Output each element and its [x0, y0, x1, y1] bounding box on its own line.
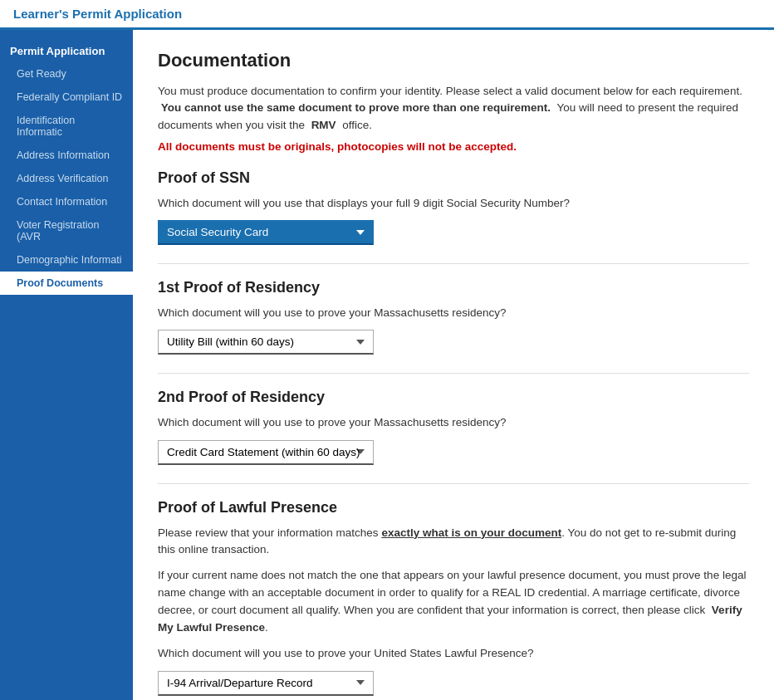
ssn-select[interactable]: Social Security Card W-2 Form SSA-1099 [158, 220, 374, 245]
residency2-section-desc: Which document will you use to prove you… [158, 414, 749, 431]
sidebar-item-get-ready[interactable]: Get Ready [0, 62, 133, 86]
sidebar: Permit Application Get Ready Federally C… [0, 30, 133, 700]
lawful-presence-title: Proof of Lawful Presence [158, 499, 749, 516]
lawful-para2-end: . [265, 621, 268, 634]
warning-text: All documents must be originals, photoco… [158, 140, 749, 153]
ssn-section-title: Proof of SSN [158, 169, 749, 187]
sidebar-item-demographic-information[interactable]: Demographic Informati [0, 248, 133, 272]
intro-text: You must produce documentation to confir… [158, 83, 749, 134]
lawful-presence-select[interactable]: I-94 Arrival/Departure Record US Passpor… [158, 671, 374, 696]
sidebar-item-identification-information[interactable]: Identification Informatic [0, 109, 133, 144]
divider-3 [158, 483, 749, 484]
sidebar-item-contact-information[interactable]: Contact Information [0, 190, 133, 213]
intro-text-3: office. [342, 119, 372, 131]
intro-rmv: RMV [311, 119, 336, 131]
divider-1 [158, 263, 749, 264]
sidebar-item-proof-documents[interactable]: Proof Documents [0, 272, 133, 295]
residency1-section-title: 1st Proof of Residency [158, 279, 749, 296]
page-title: Documentation [158, 50, 749, 71]
sidebar-item-address-information[interactable]: Address Information [0, 144, 133, 167]
residency1-section-desc: Which document will you use to prove you… [158, 305, 749, 321]
main-content: Documentation You must produce documenta… [133, 30, 774, 700]
sidebar-item-address-verification[interactable]: Address Verification [0, 167, 133, 190]
lawful-para1-before: Please review that your information matc… [158, 526, 381, 539]
app-title-link[interactable]: Learner's Permit Application [13, 7, 182, 21]
header: Learner's Permit Application [0, 0, 774, 30]
ssn-section-desc: Which document will you use that display… [158, 195, 749, 212]
residency2-section-title: 2nd Proof of Residency [158, 389, 749, 406]
lawful-presence-para2: If your current name does not match the … [158, 567, 749, 637]
lawful-presence-para1: Please review that your information matc… [158, 525, 749, 560]
sidebar-section-header: Permit Application [0, 37, 133, 62]
sidebar-item-voter-registration[interactable]: Voter Registration (AVR [0, 213, 133, 248]
intro-text-1: You must produce documentation to confir… [158, 85, 742, 97]
residency1-select[interactable]: Utility Bill (within 60 days) Bank State… [158, 330, 374, 355]
lawful-sub-label: Which document will you use to prove you… [158, 645, 749, 663]
divider-2 [158, 373, 749, 374]
lawful-presence-section: Proof of Lawful Presence Please review t… [158, 499, 749, 701]
lawful-para2-text: If your current name does not match the … [158, 569, 746, 616]
intro-bold-1: You cannot use the same document to prov… [161, 101, 551, 114]
lawful-para1-underline: exactly what is on your document [381, 526, 561, 539]
sidebar-item-federally-compliant-id[interactable]: Federally Compliant ID [0, 86, 133, 109]
residency2-select[interactable]: Credit Card Statement (within 60 days) U… [158, 440, 374, 465]
